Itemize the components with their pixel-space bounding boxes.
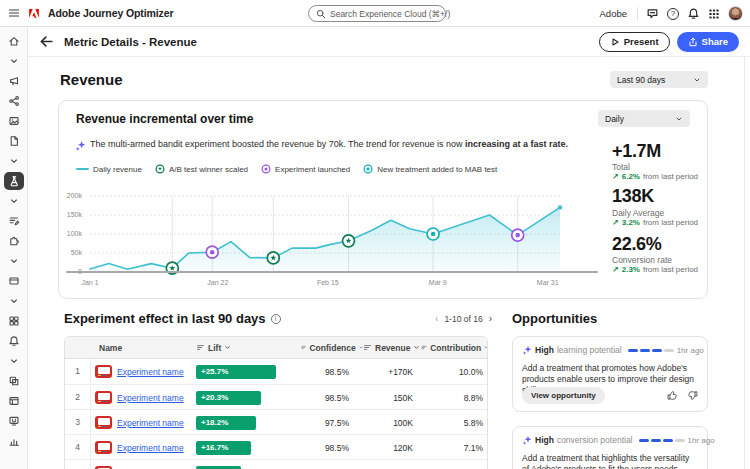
sidebar-item-panel[interactable] (4, 392, 24, 410)
share-button[interactable]: Share (677, 32, 739, 52)
chart-marker-launched[interactable] (206, 246, 218, 258)
confidence-value: 98.5% (301, 393, 363, 403)
x-tick: Mar 31 (537, 279, 559, 286)
sidebar-item-chevron-down[interactable] (4, 192, 24, 210)
present-button[interactable]: Present (599, 32, 670, 52)
opportunities-title: Opportunities (512, 311, 597, 326)
meter-segment (628, 349, 638, 352)
legend-experiment-launched: Experiment launched (261, 164, 350, 174)
meter-segment (663, 439, 673, 442)
hamburger-menu-icon[interactable] (8, 7, 20, 19)
info-icon[interactable]: i (271, 314, 281, 324)
x-axis-line (66, 271, 598, 273)
help-icon[interactable]: ? (667, 8, 679, 20)
sidebar-item-grid-view[interactable] (4, 312, 24, 330)
prev-page-icon[interactable]: ‹ (435, 314, 438, 324)
metric-title: Revenue (60, 71, 123, 88)
workflow-icon (8, 95, 20, 107)
opportunity-level: High (535, 435, 554, 445)
sidebar-item-chevron-down[interactable] (4, 252, 24, 270)
sidebar-item-chevron-down[interactable] (4, 152, 24, 170)
opportunity-type: conversion potential (557, 435, 633, 445)
sidebar-item-home[interactable] (4, 32, 24, 50)
col-revenue[interactable]: Revenue (363, 343, 421, 353)
y-tick: 200k (67, 192, 82, 199)
chart-marker-mab[interactable] (427, 228, 439, 240)
chevron-down-icon (8, 155, 20, 167)
sidebar-item-chevron-down[interactable] (4, 52, 24, 70)
granularity-select[interactable]: Daily (598, 110, 690, 127)
confidence-value: 97.5% (301, 418, 363, 428)
sort-icon (363, 343, 372, 352)
sidebar-item-document[interactable] (4, 132, 24, 150)
chevron-down-icon (8, 195, 20, 207)
lift-bar: +18.2% (196, 416, 256, 430)
app-grid-icon[interactable] (708, 8, 720, 20)
thumbs-up-icon[interactable] (667, 390, 678, 401)
meter-segment (652, 349, 662, 352)
col-confidence[interactable]: Confidence (301, 343, 363, 353)
y-tick: 150k (67, 211, 82, 218)
sidebar-item-image-add[interactable] (4, 112, 24, 130)
copy-icon (8, 375, 20, 387)
chart-marker-launched[interactable] (512, 229, 524, 241)
experiment-name-link[interactable]: Experiment name (117, 367, 184, 377)
sidebar-item-smiley-monitor[interactable] (4, 412, 24, 430)
ai-insight-text: The multi-armed bandit experiment booste… (90, 139, 568, 149)
search-input[interactable]: Search Experience Cloud (⌘+/) (308, 5, 446, 22)
sidebar-item-list-edit[interactable] (4, 212, 24, 230)
sidebar-item-announce[interactable] (4, 332, 24, 350)
contribution-value: 7.1% (421, 443, 488, 453)
row-index: 3 (65, 410, 91, 435)
col-lift[interactable]: Lift (191, 343, 301, 353)
sidebar-item-puzzle[interactable] (4, 232, 24, 250)
lift-bar: +20.3% (196, 391, 261, 405)
stat-daily-avg-value: 138K (612, 186, 654, 207)
experiment-row: 3Experiment name+18.2%97.5%100K5.8% (65, 409, 487, 434)
stat-conversion-delta: ↗2.3%from last period (612, 265, 698, 274)
date-range-select[interactable]: Last 90 days (610, 71, 708, 88)
experiment-name-link[interactable]: Experiment name (117, 418, 184, 428)
adobe-logo[interactable] (27, 7, 41, 20)
dot-marker-icon (363, 164, 373, 174)
next-page-icon[interactable]: › (489, 314, 492, 324)
feedback-icon[interactable] (646, 7, 659, 20)
view-opportunity-button[interactable]: View opportunity (522, 387, 605, 404)
user-avatar[interactable] (728, 6, 743, 21)
stat-daily-avg-delta: ↗3.2%from last period (612, 218, 698, 227)
confidence-value: 98.5% (301, 443, 363, 453)
announce-icon (8, 335, 20, 347)
meter-segment (651, 439, 661, 442)
sidebar-item-workflow[interactable] (4, 92, 24, 110)
home-icon (8, 35, 20, 47)
chevron-down-icon (8, 295, 20, 307)
sidebar-item-chevron-down[interactable] (4, 292, 24, 310)
col-contribution[interactable]: Contribution (421, 343, 488, 353)
pagination-label: 1-10 of 16 (444, 314, 482, 324)
sidebar-item-card[interactable] (4, 272, 24, 290)
experiment-name-link[interactable]: Experiment name (117, 393, 184, 403)
experiment-name-link[interactable]: Experiment name (117, 443, 184, 453)
sidebar-item-bar-chart[interactable] (4, 432, 24, 450)
experiment-row: 1Experiment name+25.7%98.5%+170K10.0% (65, 359, 487, 384)
experiment-thumbnail (95, 416, 112, 429)
x-tick: Jan 1 (81, 279, 98, 286)
chart-marker-ab-winner[interactable] (343, 235, 355, 247)
panel-icon (8, 395, 20, 407)
sidebar-item-megaphone[interactable] (4, 72, 24, 90)
page-header: Metric Details - Revenue Present Share (28, 27, 750, 57)
experiment-row: 4Experiment name+16.7%98.5%120K7.1% (65, 434, 487, 459)
sidebar-item-chevron-down[interactable] (4, 352, 24, 370)
chart-marker-ab-winner[interactable] (267, 252, 279, 264)
y-tick: 50k (71, 249, 82, 256)
stat-conversion-value: 22.6% (612, 234, 662, 255)
sidebar-item-copy[interactable] (4, 372, 24, 390)
sidebar-item-flask[interactable] (4, 172, 24, 190)
grid-view-icon (8, 315, 20, 327)
back-arrow-icon[interactable] (39, 34, 54, 49)
org-switcher[interactable]: Adobe (600, 8, 627, 19)
thumbs-down-icon[interactable] (687, 390, 698, 401)
bar-chart-icon (8, 435, 20, 447)
flask-icon (8, 175, 20, 187)
notifications-bell-icon[interactable] (687, 7, 700, 20)
